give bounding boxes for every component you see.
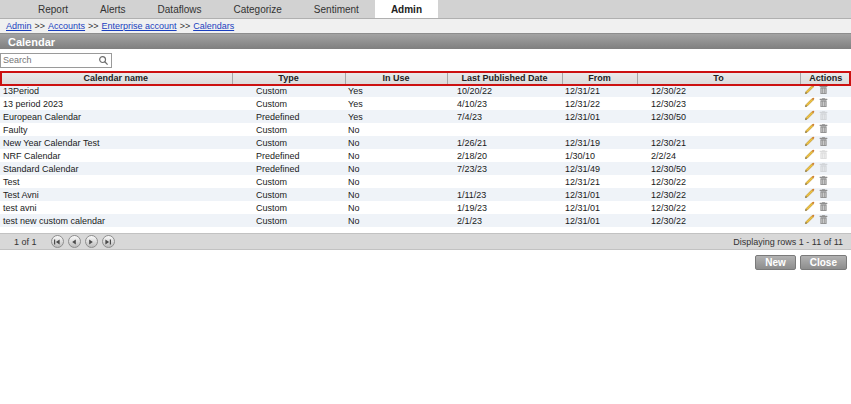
cell-to: 12/30/22 bbox=[637, 214, 800, 227]
last-page-button[interactable] bbox=[102, 235, 115, 248]
cell-to: 12/30/21 bbox=[637, 136, 800, 149]
edit-pencil-icon[interactable] bbox=[804, 214, 815, 225]
cell-in-use: No bbox=[345, 149, 447, 162]
breadcrumb-separator: >> bbox=[180, 21, 191, 31]
tab-dataflows[interactable]: Dataflows bbox=[142, 0, 218, 18]
col-header-last-published-date[interactable]: Last Published Date bbox=[447, 71, 562, 84]
cell-to: 12/30/22 bbox=[637, 188, 800, 201]
table-row[interactable]: test new custom calendarCustomNo2/1/2312… bbox=[0, 214, 851, 227]
edit-pencil-icon[interactable] bbox=[804, 97, 815, 108]
tab-categorize[interactable]: Categorize bbox=[217, 0, 297, 18]
delete-trash-icon[interactable] bbox=[818, 201, 829, 212]
edit-pencil-icon[interactable] bbox=[804, 162, 815, 173]
calendar-table-wrap: Calendar name Type In Use Last Published… bbox=[0, 71, 851, 227]
cell-in-use: No bbox=[345, 175, 447, 188]
delete-trash-icon bbox=[818, 162, 829, 173]
breadcrumb-separator: >> bbox=[88, 21, 99, 31]
next-page-button[interactable] bbox=[85, 235, 98, 248]
table-row[interactable]: New Year Calendar TestCustomNo1/26/2112/… bbox=[0, 136, 851, 149]
table-row[interactable]: Standard CalendarPredefinedNo7/23/2312/3… bbox=[0, 162, 851, 175]
cell-in-use: No bbox=[345, 123, 447, 136]
table-row[interactable]: NRF CalendarPredefinedNo2/18/201/30/102/… bbox=[0, 149, 851, 162]
tab-alerts[interactable]: Alerts bbox=[84, 0, 142, 18]
cell-last-published: 2/1/23 bbox=[447, 214, 562, 227]
cell-to bbox=[637, 123, 800, 136]
breadcrumb: Admin >> Accounts >> Enterprise account … bbox=[0, 19, 851, 33]
edit-pencil-icon[interactable] bbox=[804, 123, 815, 134]
breadcrumb-separator: >> bbox=[35, 21, 46, 31]
cell-from: 12/31/49 bbox=[562, 162, 637, 175]
edit-pencil-icon[interactable] bbox=[804, 149, 815, 160]
cell-name: 13 period 2023 bbox=[0, 97, 232, 110]
search-input[interactable] bbox=[3, 55, 98, 65]
calendar-table: Calendar name Type In Use Last Published… bbox=[0, 71, 851, 227]
delete-trash-icon[interactable] bbox=[818, 188, 829, 199]
col-header-in-use[interactable]: In Use bbox=[345, 71, 447, 84]
col-header-calendar-name[interactable]: Calendar name bbox=[0, 71, 232, 84]
edit-pencil-icon[interactable] bbox=[804, 201, 815, 212]
cell-last-published bbox=[447, 175, 562, 188]
magnifier-icon[interactable] bbox=[98, 55, 109, 66]
cell-type: Predefined bbox=[232, 149, 345, 162]
cell-type: Custom bbox=[232, 136, 345, 149]
col-header-type[interactable]: Type bbox=[232, 71, 345, 84]
edit-pencil-icon[interactable] bbox=[804, 188, 815, 199]
cell-from: 12/31/01 bbox=[562, 214, 637, 227]
cell-in-use: No bbox=[345, 201, 447, 214]
tab-admin[interactable]: Admin bbox=[375, 0, 438, 18]
pagination-bar: 1 of 1 Displaying rows 1 - 11 of 11 bbox=[0, 233, 851, 250]
cell-in-use: No bbox=[345, 136, 447, 149]
top-nav: Report Alerts Dataflows Categorize Senti… bbox=[0, 0, 851, 19]
col-header-to[interactable]: To bbox=[637, 71, 800, 84]
table-row[interactable]: Test AvniCustomNo1/11/2312/31/0112/30/22 bbox=[0, 188, 851, 201]
cell-actions bbox=[800, 84, 851, 97]
table-row[interactable]: European CalendarPredefinedYes7/4/2312/3… bbox=[0, 110, 851, 123]
table-row[interactable]: TestCustomNo12/31/2112/30/22 bbox=[0, 175, 851, 188]
delete-trash-icon[interactable] bbox=[818, 123, 829, 134]
prev-page-button[interactable] bbox=[68, 235, 81, 248]
search-box bbox=[0, 53, 112, 68]
table-row[interactable]: FaultyCustomNo bbox=[0, 123, 851, 136]
cell-from: 12/31/21 bbox=[562, 84, 637, 97]
cell-type: Custom bbox=[232, 175, 345, 188]
cell-from: 12/31/01 bbox=[562, 110, 637, 123]
cell-type: Custom bbox=[232, 188, 345, 201]
table-row[interactable]: test avniCustomNo1/19/2312/31/0112/30/22 bbox=[0, 201, 851, 214]
page-title: Calendar bbox=[0, 33, 851, 49]
edit-pencil-icon[interactable] bbox=[804, 110, 815, 121]
cell-last-published: 1/19/23 bbox=[447, 201, 562, 214]
edit-pencil-icon[interactable] bbox=[804, 84, 815, 95]
edit-pencil-icon[interactable] bbox=[804, 136, 815, 147]
search-row bbox=[0, 49, 851, 71]
cell-name: 13Period bbox=[0, 84, 232, 97]
delete-trash-icon[interactable] bbox=[818, 97, 829, 108]
cell-actions bbox=[800, 162, 851, 175]
cell-to: 12/30/50 bbox=[637, 162, 800, 175]
cell-to: 12/30/23 bbox=[637, 97, 800, 110]
cell-name: test new custom calendar bbox=[0, 214, 232, 227]
edit-pencil-icon[interactable] bbox=[804, 175, 815, 186]
delete-trash-icon[interactable] bbox=[818, 214, 829, 225]
breadcrumb-link-calendars[interactable]: Calendars bbox=[193, 21, 234, 31]
delete-trash-icon[interactable] bbox=[818, 136, 829, 147]
col-header-from[interactable]: From bbox=[562, 71, 637, 84]
new-button[interactable]: New bbox=[755, 255, 796, 270]
close-button[interactable]: Close bbox=[800, 255, 847, 270]
cell-from: 12/31/21 bbox=[562, 175, 637, 188]
table-row[interactable]: 13 period 2023CustomYes4/10/2312/31/2212… bbox=[0, 97, 851, 110]
tab-report[interactable]: Report bbox=[22, 0, 84, 18]
row-count-status: Displaying rows 1 - 11 of 11 bbox=[733, 237, 843, 247]
table-row[interactable]: 13PeriodCustomYes10/20/2212/31/2112/30/2… bbox=[0, 84, 851, 97]
delete-trash-icon[interactable] bbox=[818, 84, 829, 95]
cell-from: 12/31/01 bbox=[562, 201, 637, 214]
cell-from bbox=[562, 123, 637, 136]
tab-sentiment[interactable]: Sentiment bbox=[298, 0, 375, 18]
breadcrumb-link-enterprise-account[interactable]: Enterprise account bbox=[102, 21, 177, 31]
cell-type: Custom bbox=[232, 84, 345, 97]
breadcrumb-link-admin[interactable]: Admin bbox=[6, 21, 32, 31]
delete-trash-icon[interactable] bbox=[818, 175, 829, 186]
breadcrumb-link-accounts[interactable]: Accounts bbox=[48, 21, 85, 31]
first-page-button[interactable] bbox=[51, 235, 64, 248]
cell-in-use: No bbox=[345, 162, 447, 175]
cell-last-published: 4/10/23 bbox=[447, 97, 562, 110]
